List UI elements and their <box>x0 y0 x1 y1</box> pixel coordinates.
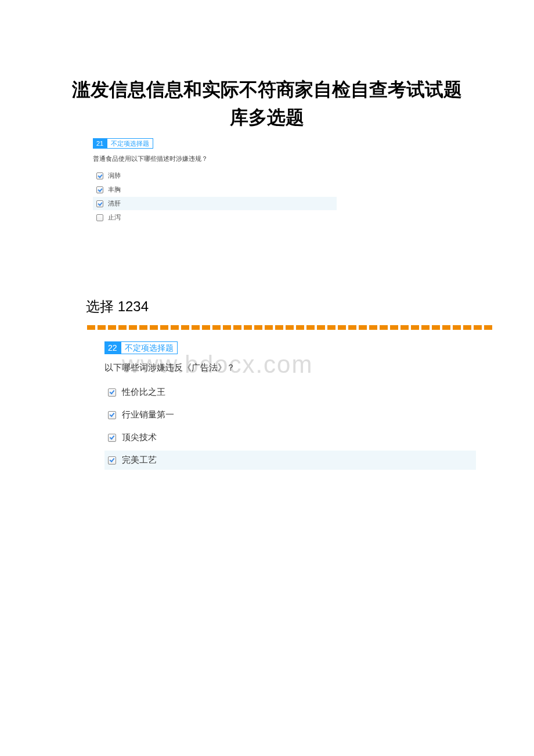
question-header: 21 不定项选择题 <box>93 138 337 149</box>
question-block-22: 22 不定项选择题 以下哪些词涉嫌违反《广告法》？ 性价比之王 行业销量第一 顶… <box>104 341 476 470</box>
option-row[interactable]: 清肝 <box>93 197 337 210</box>
option-label: 完美工艺 <box>122 455 157 466</box>
checkbox-icon[interactable] <box>96 214 103 221</box>
checkbox-icon[interactable] <box>96 172 103 179</box>
question-text: 以下哪些词涉嫌违反《广告法》？ <box>104 362 476 373</box>
option-row[interactable]: 性价比之王 <box>104 383 476 402</box>
option-label: 清肝 <box>108 199 121 208</box>
option-label: 性价比之王 <box>122 387 165 398</box>
option-label: 行业销量第一 <box>122 409 174 420</box>
checkbox-icon[interactable] <box>96 200 103 207</box>
checkbox-icon[interactable] <box>108 388 116 397</box>
options-list: 润肺 丰胸 清肝 止泻 <box>93 169 337 224</box>
option-label: 润肺 <box>108 171 121 180</box>
question-block-21: 21 不定项选择题 普通食品使用以下哪些描述时涉嫌违规？ 润肺 丰胸 清肝 止泻 <box>93 138 337 224</box>
answer-hint: 选择 1234 <box>86 297 534 316</box>
page-title: 滥发信息信息和实际不符商家自检自查考试试题库多选题 <box>0 0 534 131</box>
checkbox-icon[interactable] <box>108 411 116 419</box>
options-list: 性价比之王 行业销量第一 顶尖技术 完美工艺 <box>104 383 476 470</box>
option-row[interactable]: 润肺 <box>93 169 337 182</box>
option-label: 丰胸 <box>108 185 121 194</box>
option-row[interactable]: 丰胸 <box>93 183 337 196</box>
option-row[interactable]: 完美工艺 <box>104 451 476 470</box>
checkbox-icon[interactable] <box>96 186 103 193</box>
question-header: 22 不定项选择题 <box>104 341 476 354</box>
question-type-label: 不定项选择题 <box>107 138 153 149</box>
question-number: 21 <box>93 138 107 149</box>
checkbox-icon[interactable] <box>108 434 116 442</box>
option-label: 顶尖技术 <box>122 432 157 443</box>
option-row[interactable]: 行业销量第一 <box>104 405 476 424</box>
checkbox-icon[interactable] <box>108 456 116 465</box>
option-label: 止泻 <box>108 213 121 222</box>
question-text: 普通食品使用以下哪些描述时涉嫌违规？ <box>93 154 337 163</box>
divider-line <box>87 325 493 330</box>
question-number: 22 <box>104 341 121 354</box>
question-type-label: 不定项选择题 <box>121 341 178 354</box>
option-row[interactable]: 顶尖技术 <box>104 428 476 447</box>
option-row[interactable]: 止泻 <box>93 211 337 224</box>
